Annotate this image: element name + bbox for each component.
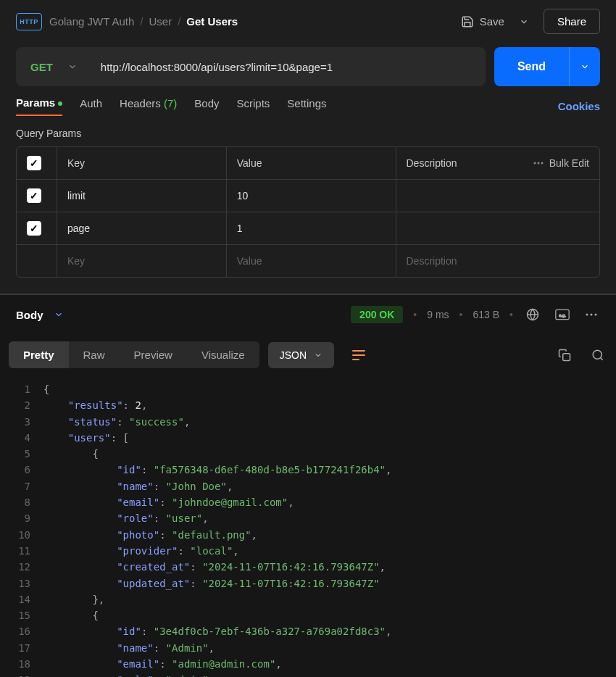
format-tab-visualize[interactable]: Visualize (187, 341, 259, 368)
param-row-empty: Key Value Description (17, 245, 599, 277)
param-desc[interactable] (396, 212, 600, 244)
param-desc-input[interactable]: Description (396, 245, 600, 277)
breadcrumb-current: Get Users (186, 15, 238, 28)
svg-line-15 (600, 357, 602, 360)
more-icon[interactable] (583, 310, 600, 319)
response-size: 613 B (473, 309, 500, 320)
bulk-edit-button[interactable]: Bulk Edit (533, 157, 589, 169)
wrap-icon (351, 349, 366, 361)
response-body-label[interactable]: Body (16, 309, 43, 321)
chevron-down-icon (519, 17, 529, 27)
param-key-input[interactable]: Key (57, 245, 227, 277)
query-params-title: Query Params (0, 120, 616, 146)
format-tab-pretty[interactable]: Pretty (9, 341, 69, 368)
send-menu-chevron[interactable] (569, 47, 600, 86)
param-row: ✓ page 1 (17, 212, 599, 245)
svg-point-2 (541, 162, 543, 165)
param-row: ✓ limit 10 (17, 180, 599, 212)
search-button[interactable] (588, 346, 607, 365)
example-icon[interactable]: e.g. (552, 306, 573, 323)
param-key[interactable]: page (57, 212, 227, 244)
svg-point-9 (595, 314, 597, 316)
svg-point-1 (537, 162, 539, 165)
param-key[interactable]: limit (57, 180, 227, 212)
breadcrumb-collection[interactable]: Golang JWT Auth (49, 15, 134, 28)
svg-point-14 (593, 350, 602, 359)
tab-auth[interactable]: Auth (80, 97, 102, 115)
svg-text:e.g.: e.g. (559, 313, 566, 317)
save-button[interactable]: Save (461, 15, 504, 28)
svg-point-0 (533, 162, 536, 165)
wrap-lines-button[interactable] (343, 344, 375, 367)
save-icon (461, 15, 474, 28)
copy-button[interactable] (555, 346, 574, 365)
send-button[interactable]: Send (494, 47, 569, 86)
share-button[interactable]: Share (544, 9, 600, 34)
response-time: 9 ms (427, 309, 449, 320)
format-tab-preview[interactable]: Preview (120, 341, 187, 368)
save-menu-chevron[interactable] (513, 14, 535, 30)
tab-headers[interactable]: Headers (7) (120, 97, 177, 115)
col-description: Description (407, 157, 457, 169)
url-input[interactable] (92, 47, 486, 86)
method-select[interactable]: GET (16, 47, 92, 86)
search-icon (591, 349, 604, 362)
breadcrumb: Golang JWT Auth / User / Get Users (49, 15, 238, 28)
param-value-input[interactable]: Value (227, 245, 396, 277)
tab-scripts[interactable]: Scripts (237, 97, 270, 115)
param-desc[interactable] (396, 180, 600, 212)
params-table: ✓ Key Value Description Bulk Edit ✓ limi… (16, 146, 600, 278)
svg-rect-13 (563, 353, 570, 360)
row-checkbox[interactable]: ✓ (27, 221, 41, 236)
chevron-down-icon (67, 62, 78, 72)
svg-point-8 (591, 314, 593, 316)
svg-point-7 (586, 314, 588, 316)
chevron-down-icon (314, 351, 322, 360)
tab-params[interactable]: Params (16, 96, 62, 116)
tab-body[interactable]: Body (194, 97, 219, 115)
more-icon (533, 162, 544, 165)
network-icon[interactable] (523, 305, 542, 324)
select-all-checkbox[interactable]: ✓ (27, 156, 41, 170)
format-tab-raw[interactable]: Raw (69, 341, 120, 368)
col-value: Value (227, 147, 396, 179)
param-value[interactable]: 1 (227, 212, 396, 244)
chevron-down-icon (580, 62, 590, 72)
col-key: Key (57, 147, 227, 179)
format-select[interactable]: JSON (268, 342, 334, 368)
status-badge: 200 OK (351, 306, 403, 323)
http-badge-icon: HTTP (16, 13, 42, 30)
param-value[interactable]: 10 (227, 180, 396, 212)
tab-settings[interactable]: Settings (287, 97, 326, 115)
row-checkbox[interactable] (27, 254, 41, 268)
response-body-code[interactable]: 1{2 "results": 2,3 "status": "success",4… (0, 375, 616, 677)
copy-icon (558, 349, 571, 362)
breadcrumb-folder[interactable]: User (149, 15, 172, 28)
chevron-down-icon[interactable] (54, 310, 64, 320)
cookies-link[interactable]: Cookies (558, 100, 600, 112)
row-checkbox[interactable]: ✓ (27, 188, 41, 203)
